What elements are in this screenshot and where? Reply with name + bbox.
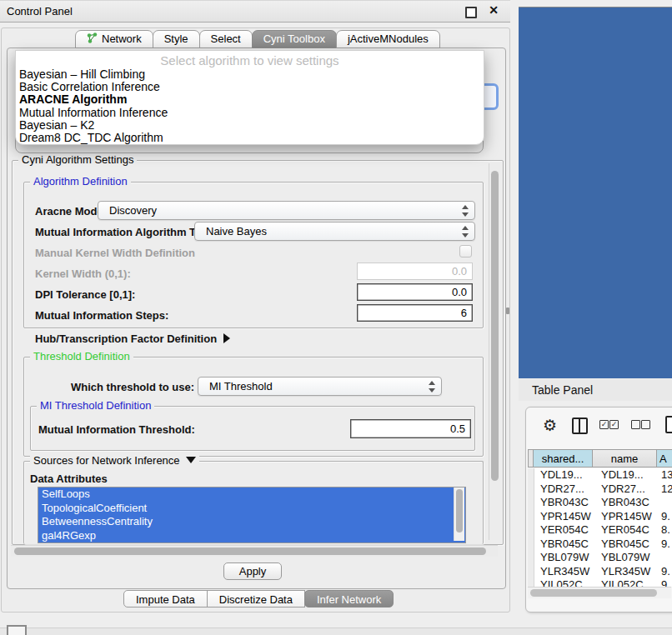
hub-definition-label: Hub/Transcription Factor Definition: [35, 332, 217, 345]
attribute-list-item[interactable]: gal4RGexp: [38, 529, 465, 543]
table-row[interactable]: YER054CYER054C8.: [528, 523, 672, 538]
column-header-name[interactable]: name: [592, 449, 657, 468]
close-icon[interactable]: ✕: [489, 3, 499, 17]
table-cell[interactable]: YBR043C: [594, 496, 659, 510]
settings-hscroll-thumb[interactable]: [14, 548, 486, 555]
mi-steps-field[interactable]: 6: [357, 304, 473, 322]
table-cell[interactable]: YER054C: [594, 523, 659, 538]
bottom-tab-bar: Impute Data Discretize Data Infer Networ…: [123, 590, 393, 608]
table-panel-title: Table Panel: [532, 383, 593, 397]
table-cell[interactable]: YBR045C: [534, 538, 594, 552]
panel-splitter-grip[interactable]: [506, 308, 509, 314]
collapsed-arrow-icon[interactable]: [223, 333, 230, 343]
algorithm-popup-item[interactable]: ARACNE Algorithm: [16, 93, 484, 106]
columns-icon[interactable]: [572, 418, 588, 434]
table-cell[interactable]: YIL052C: [534, 578, 594, 587]
algorithm-popup-item[interactable]: Bayesian – Hill Climbing: [16, 68, 484, 81]
table-cell[interactable]: 9.: [659, 578, 672, 587]
attribute-list-item[interactable]: SelfLoops: [38, 488, 465, 502]
table-row[interactable]: YDL19...YDL19...13: [528, 468, 672, 482]
attributes-scrollbar-thumb[interactable]: [456, 489, 463, 532]
kernel-width-field[interactable]: 0.0: [357, 262, 473, 280]
attribute-list-item[interactable]: BetweennessCentrality: [38, 515, 465, 529]
table-cell[interactable]: YBR043C: [534, 496, 594, 510]
mi-type-combobox[interactable]: Naive Bayes: [194, 222, 475, 241]
column-header-shared-name[interactable]: shared...: [533, 449, 593, 468]
table-cell[interactable]: YDL19...: [594, 468, 659, 482]
gear-icon[interactable]: ⚙: [543, 418, 557, 433]
mi-threshold-field[interactable]: 0.5: [350, 419, 471, 438]
table-cell[interactable]: 9.: [659, 538, 672, 552]
network-icon: [87, 32, 98, 46]
tab-network[interactable]: Network: [75, 30, 153, 48]
aracne-mode-value: Discovery: [109, 204, 157, 217]
algorithm-popup-item[interactable]: Bayesian – K2: [16, 119, 484, 132]
table-row[interactable]: YBR043CYBR043C: [528, 496, 672, 510]
apply-button[interactable]: Apply: [223, 562, 282, 580]
table-cell[interactable]: YBL079W: [534, 551, 594, 565]
table-cell[interactable]: YBR045C: [594, 538, 659, 552]
control-panel-tab-bar: Network Style Select Cyni Toolbox jActiv…: [75, 30, 439, 48]
tab-infer-network[interactable]: Infer Network: [304, 590, 394, 608]
settings-vertical-scrollbar[interactable]: [489, 163, 500, 540]
table-cell[interactable]: [659, 551, 672, 565]
table-row[interactable]: YBR045CYBR045C9.: [528, 538, 672, 552]
table-cell[interactable]: 8.: [659, 523, 672, 538]
sources-toggle[interactable]: Sources for Network Inference: [30, 455, 199, 467]
tab-impute-data[interactable]: Impute Data: [123, 590, 208, 608]
table-row[interactable]: YLR345WYLR345W9.: [528, 565, 672, 579]
table-cell[interactable]: YLR345W: [594, 565, 659, 579]
table-cell[interactable]: YBL079W: [594, 551, 659, 565]
control-panel-title: Control Panel: [7, 5, 73, 18]
table-row[interactable]: YIL052CYIL052C9.: [528, 578, 672, 587]
aracne-mode-combobox[interactable]: Discovery: [98, 201, 475, 220]
tab-select[interactable]: Select: [199, 30, 253, 48]
which-threshold-value: MI Threshold: [209, 380, 273, 392]
tab-style[interactable]: Style: [153, 30, 200, 48]
dpi-tolerance-field[interactable]: 0.0: [357, 283, 473, 301]
table-row[interactable]: YDR27...YDR27...12: [528, 482, 672, 497]
settings-horizontal-scrollbar[interactable]: [11, 545, 498, 557]
manual-kernel-checkbox[interactable]: [459, 245, 472, 258]
file-icon[interactable]: [665, 416, 672, 433]
table-row[interactable]: YPR145WYPR145W9.: [528, 510, 672, 524]
hub-definition-toggle[interactable]: Hub/Transcription Factor Definition: [35, 332, 230, 345]
tab-jactivemnodules[interactable]: jActiveMNodules: [336, 30, 440, 48]
checked-checkbox-icon[interactable]: ✓: [609, 420, 619, 429]
minimized-panel-icon[interactable]: [7, 625, 27, 635]
table-cell[interactable]: 12: [659, 482, 672, 497]
which-threshold-combobox[interactable]: MI Threshold: [198, 377, 442, 396]
algorithm-popup-item[interactable]: Basic Correlation Inference: [16, 81, 484, 93]
table-cell[interactable]: 13: [659, 468, 672, 482]
tab-label: Network: [102, 32, 142, 45]
table-cell[interactable]: YPR145W: [594, 510, 659, 524]
expanded-arrow-icon[interactable]: [186, 457, 196, 463]
float-window-icon[interactable]: [465, 7, 477, 18]
table-cell[interactable]: YLR345W: [534, 565, 594, 579]
attributes-scrollbar[interactable]: [454, 488, 464, 541]
unchecked-checkbox-icon[interactable]: [631, 420, 640, 429]
table-cell[interactable]: YDL19...: [534, 468, 594, 482]
table-cell[interactable]: 9.: [659, 510, 672, 524]
algorithm-popup-item[interactable]: Mutual Information Inference: [16, 107, 484, 119]
row-gutter: [528, 510, 534, 524]
tab-discretize-data[interactable]: Discretize Data: [207, 590, 305, 608]
table-cell[interactable]: YER054C: [534, 523, 594, 538]
table-cell[interactable]: YDR27...: [594, 482, 659, 497]
data-attributes-list[interactable]: SelfLoopsTopologicalCoefficientBetweenne…: [38, 487, 466, 543]
attribute-list-item[interactable]: TopologicalCoefficient: [38, 502, 465, 516]
table-cell[interactable]: YPR145W: [534, 510, 594, 524]
table-cell[interactable]: [659, 496, 672, 510]
table-row[interactable]: YBL079WYBL079W: [528, 551, 672, 565]
table-cell[interactable]: YDR27...: [534, 482, 594, 497]
table-horizontal-scrollbar[interactable]: [528, 587, 671, 598]
table-hscroll-thumb[interactable]: [530, 589, 657, 597]
table-cell[interactable]: 9.: [659, 565, 672, 579]
algorithm-popup-item[interactable]: Dream8 DC_TDC Algorithm: [16, 132, 484, 144]
tab-cyni-toolbox[interactable]: Cyni Toolbox: [252, 30, 337, 48]
column-header-partial[interactable]: A: [656, 449, 672, 468]
settings-vscroll-thumb[interactable]: [491, 171, 499, 481]
unchecked-checkbox-icon[interactable]: [641, 420, 650, 429]
checked-checkbox-icon[interactable]: ✓: [599, 420, 609, 429]
table-cell[interactable]: YIL052C: [594, 578, 659, 587]
